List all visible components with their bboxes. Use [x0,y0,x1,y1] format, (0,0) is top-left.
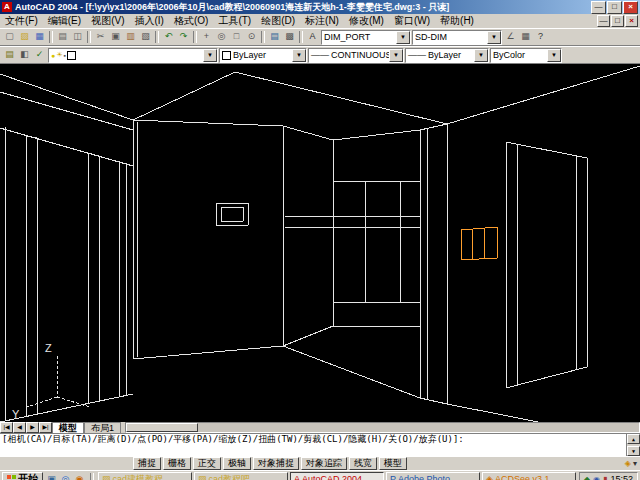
scrollbar-thumb[interactable] [126,423,198,432]
minimize-button[interactable]: — [591,1,606,14]
toolbar-icon[interactable] [49,31,53,43]
match-properties-icon[interactable]: ▧ [138,30,153,44]
command-scrollbar[interactable]: ▲ ▼ [626,434,640,456]
menu-modify[interactable]: 修改(M) [344,14,389,28]
zoom-realtime-icon[interactable]: ◎ [214,30,229,44]
plotstyle-combo[interactable]: ByColor ▼ [490,48,562,63]
menu-dimension[interactable]: 标注(N) [300,14,344,28]
horizontal-scrollbar[interactable] [125,422,640,433]
chevron-down-icon[interactable]: ▼ [203,49,217,62]
ime-icon[interactable]: ◆ [584,475,590,480]
quicklaunch-desktop-icon[interactable]: ▣ [45,473,58,480]
pan-icon[interactable]: + [199,30,214,44]
snap-toggle[interactable]: 捕捉 [133,457,161,470]
tab-first-button[interactable]: |◀ [0,422,13,433]
menu-edit[interactable]: 编辑(E) [43,14,86,28]
antivirus-icon[interactable]: ▮ [603,475,607,480]
menu-insert[interactable]: 插入(I) [129,14,168,28]
help-icon[interactable]: ? [533,30,548,44]
otrack-toggle[interactable]: 对象追踪 [301,457,347,470]
color-combo[interactable]: ByLayer ▼ [219,48,307,63]
properties-icon[interactable]: ▤ [267,30,282,44]
chevron-down-icon[interactable]: ▼ [487,31,501,44]
scroll-up-icon[interactable]: ▲ [627,434,640,444]
linetype-combo[interactable]: —— CONTINUOUS ▼ [308,48,404,63]
mdi-minimize-button[interactable]: — [597,15,610,27]
polar-toggle[interactable]: 极轴 [223,457,251,470]
toolbar-icon[interactable] [261,31,265,43]
save-icon[interactable]: ▦ [32,30,47,44]
new-file-icon[interactable]: ▢ [2,30,17,44]
command-window[interactable]: [相机(CA)/目标(TA)/距离(D)/点(PO)/平移(PA)/缩放(Z)/… [0,433,640,456]
chevron-down-icon[interactable]: ▼ [547,49,561,62]
chevron-down-icon[interactable]: ▼ [396,31,410,44]
text-style-icon[interactable]: A [305,30,320,44]
toolbar-icon[interactable] [155,31,159,43]
zoom-previous-icon[interactable]: ⊙ [244,30,259,44]
menu-view[interactable]: 视图(V) [86,14,129,28]
layer-combo[interactable]: ●☀▪ ▼ [48,48,218,63]
menu-draw[interactable]: 绘图(D) [256,14,300,28]
print-icon[interactable]: ▤ [55,30,70,44]
toolbar-icon[interactable] [193,31,197,43]
scroll-down-icon[interactable]: ▼ [627,446,640,456]
menu-tools[interactable]: 工具(T) [213,14,256,28]
mdi-restore-button[interactable]: □ [611,15,624,27]
tab-layout1[interactable]: 布局1 [84,422,121,434]
menu-window[interactable]: 窗口(W) [389,14,435,28]
menu-file[interactable]: 文件(F) [0,14,43,28]
open-file-icon[interactable]: ▨ [17,30,32,44]
cut-icon[interactable]: ✂ [93,30,108,44]
redo-icon[interactable]: ↷ [176,30,191,44]
chevron-down-icon[interactable]: ▼ [474,49,488,62]
table-style-icon[interactable]: ▦ [518,30,533,44]
toolbar-icon[interactable] [299,31,303,43]
chevron-down-icon[interactable]: ▼ [389,49,403,62]
layout-tab-row: |◀ ◀ ▶ ▶| 模型 布局1 [0,422,640,433]
restore-button[interactable]: □ [607,1,622,14]
layer-states-icon[interactable]: ◧ [17,48,32,62]
clock[interactable]: 15:52 [610,474,633,480]
task-acdsee[interactable]: ◈ ACDSee v3.1... [482,472,576,480]
grid-toggle[interactable]: 栅格 [163,457,191,470]
undo-icon[interactable]: ↶ [161,30,176,44]
zoom-window-icon[interactable]: □ [229,30,244,44]
print-preview-icon[interactable]: ◫ [70,30,85,44]
menu-format[interactable]: 格式(O) [169,14,213,28]
ortho-toggle[interactable]: 正交 [193,457,221,470]
app-icon[interactable]: A [2,2,12,12]
dim-style-combo[interactable]: SD-DIM ▼ [412,30,502,45]
lineweight-toggle[interactable]: 线宽 [349,457,377,470]
tab-next-button[interactable]: ▶ [26,422,39,433]
start-button[interactable]: 开始 [2,472,43,480]
task-cad-tutorial-folder[interactable]: ▨ cad教程吧 [194,472,288,480]
paste-icon[interactable]: ▥ [123,30,138,44]
task-cad-modeling-folder[interactable]: ▨ cad建模教程 [98,472,192,480]
tab-last-button[interactable]: ▶| [39,422,52,433]
lineweight-combo[interactable]: —— ByLayer ▼ [405,48,489,63]
toolbar-icon[interactable] [87,31,91,43]
quicklaunch-ie-icon[interactable]: ◎ [59,473,72,480]
osnap-toggle[interactable]: 对象捕捉 [253,457,299,470]
quicklaunch-media-icon[interactable]: ◉ [73,473,86,480]
wireframe-viewport[interactable]: ZY [0,64,640,422]
mdi-close-button[interactable]: × [625,15,638,27]
designcenter-icon[interactable]: ▩ [282,30,297,44]
make-layer-current-icon[interactable]: ✓ [32,48,47,62]
model-toggle[interactable]: 模型 [379,457,407,470]
copy-icon[interactable]: ▣ [108,30,123,44]
volume-icon[interactable]: ◉ [593,475,600,480]
task-photoshop[interactable]: P Adobe Photo... [386,472,480,480]
status-menu-icon[interactable]: ▾ [633,459,637,468]
drawing-area[interactable]: ZY [0,64,640,422]
layer-properties-icon[interactable]: ▤ [2,48,17,62]
chevron-down-icon[interactable]: ▼ [292,49,306,62]
close-button[interactable]: × [623,1,638,14]
menu-help[interactable]: 帮助(H) [435,14,479,28]
task-autocad[interactable]: A AutoCAD 2004 [290,472,384,480]
text-style-combo[interactable]: DIM_PORT ▼ [321,30,411,45]
communication-center-icon[interactable]: ◈ [625,459,631,468]
tab-prev-button[interactable]: ◀ [13,422,26,433]
dim-style-icon[interactable]: ∠ [503,30,518,44]
tab-model[interactable]: 模型 [52,422,84,434]
